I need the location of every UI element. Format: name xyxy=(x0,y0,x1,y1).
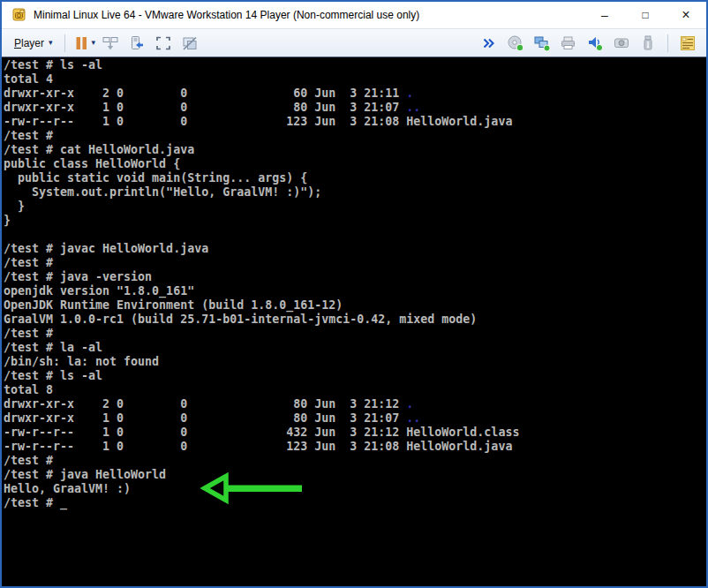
vmware-player-icon xyxy=(12,8,26,22)
terminal-line: } xyxy=(4,214,706,228)
cd-drive-icon xyxy=(507,34,524,52)
terminal-line: /test # xyxy=(4,256,706,270)
fullscreen-button[interactable] xyxy=(152,33,175,54)
minimize-button[interactable]: – xyxy=(584,2,625,28)
close-icon: × xyxy=(682,7,689,23)
terminal-line: openjdk version "1.8.0_161" xyxy=(4,284,706,298)
send-ctrl-alt-del-icon xyxy=(102,34,119,52)
terminal-line: /test # javac HelloWorld.java xyxy=(4,242,706,256)
sound-button[interactable] xyxy=(584,33,606,54)
terminal-line: /test # ls -al xyxy=(4,58,706,72)
player-menu-button[interactable]: Player ▾ xyxy=(9,34,58,52)
send-ctrl-alt-del-button[interactable] xyxy=(99,33,122,54)
usb-device-button[interactable] xyxy=(636,33,659,54)
chevron-down-icon: ▾ xyxy=(92,39,96,47)
pause-icon xyxy=(73,35,89,51)
terminal-line: /test # java HelloWorld xyxy=(4,468,706,482)
terminal-line: OpenJDK Runtime Environment (build 1.8.0… xyxy=(4,298,706,313)
webcam-icon xyxy=(613,34,630,52)
printer-icon xyxy=(560,34,577,52)
terminal-line: -rw-r--r-- 1 0 0 432 Jun 3 21:12 HelloWo… xyxy=(4,426,706,440)
maximize-button[interactable]: □ xyxy=(625,2,666,28)
terminal-line: GraalVM 1.0.0-rc1 (build 25.71-b01-inter… xyxy=(4,313,706,327)
maximize-icon: □ xyxy=(642,9,648,21)
virtual-devices-icon xyxy=(128,34,146,52)
terminal-line: } xyxy=(4,200,706,214)
terminal-line: public class HelloWorld { xyxy=(4,157,706,171)
window-title: Minimal Linux Live 64 - VMware Workstati… xyxy=(34,9,419,21)
terminal-line: -rw-r--r-- 1 0 0 123 Jun 3 21:08 HelloWo… xyxy=(4,115,706,129)
terminal-line: -rw-r--r-- 1 0 0 123 Jun 3 21:08 HelloWo… xyxy=(4,440,706,454)
library-panel-button[interactable] xyxy=(676,33,699,54)
cd-drive-button[interactable] xyxy=(504,33,527,54)
unity-mode-button[interactable] xyxy=(178,33,201,54)
chevron-down-icon: ▾ xyxy=(49,39,53,47)
library-panel-icon xyxy=(679,34,697,52)
terminal-line: /test # ls -al xyxy=(4,369,706,383)
fullscreen-icon xyxy=(154,34,172,52)
minimize-icon: – xyxy=(601,11,608,19)
terminal-line xyxy=(4,228,706,242)
terminal-line: System.out.println("Hello, GraalVM! :)")… xyxy=(4,185,706,200)
terminal-line: drwxr-xr-x 2 0 0 80 Jun 3 21:12 . xyxy=(4,397,706,411)
terminal-line: /test # java -version xyxy=(4,270,706,284)
terminal-line: public static void main(String... args) … xyxy=(4,171,706,185)
terminal-line: total 4 xyxy=(4,72,706,87)
terminal-line: /test # la -al xyxy=(4,341,706,355)
player-menu-label: Player xyxy=(14,37,44,49)
webcam-button[interactable] xyxy=(610,33,633,54)
network-adapter-icon xyxy=(533,34,551,52)
toolbar-right-group xyxy=(476,33,701,54)
terminal-line: total 8 xyxy=(4,383,706,397)
printer-button[interactable] xyxy=(557,33,580,54)
toolbar: Player ▾ ▾ xyxy=(2,28,706,57)
overflow-chevrons-button[interactable] xyxy=(478,33,501,54)
usb-device-icon xyxy=(639,34,657,52)
window-controls: – □ × xyxy=(584,2,706,28)
title-bar: Minimal Linux Live 64 - VMware Workstati… xyxy=(2,2,706,28)
terminal-line: /test # cat HelloWorld.java xyxy=(4,143,706,157)
vmware-player-window: Minimal Linux Live 64 - VMware Workstati… xyxy=(0,0,708,588)
overflow-chevrons-icon xyxy=(482,36,496,50)
unity-icon xyxy=(181,34,199,52)
close-button[interactable]: × xyxy=(666,2,706,28)
terminal-line: drwxr-xr-x 1 0 0 80 Jun 3 21:07 .. xyxy=(4,101,706,115)
sound-icon xyxy=(586,34,604,52)
terminal-line: /test # xyxy=(4,129,706,143)
terminal-line: /test # xyxy=(4,327,706,341)
power-pause-button[interactable]: ▾ xyxy=(73,35,96,51)
network-adapter-button[interactable] xyxy=(531,33,554,54)
toolbar-separator xyxy=(64,34,65,52)
terminal-screen[interactable]: /test # ls -altotal 4drwxr-xr-x 2 0 0 60… xyxy=(2,57,706,588)
terminal-line: /bin/sh: la: not found xyxy=(4,355,706,369)
virtual-devices-button[interactable] xyxy=(125,33,148,54)
terminal-line: /test # xyxy=(4,454,706,468)
terminal-line: Hello, GraalVM! :) xyxy=(4,482,706,496)
toolbar-separator xyxy=(667,34,668,52)
terminal-line: drwxr-xr-x 1 0 0 80 Jun 3 21:07 .. xyxy=(4,411,706,426)
terminal-line: drwxr-xr-x 2 0 0 60 Jun 3 21:11 . xyxy=(4,87,706,101)
terminal-line: /test # _ xyxy=(4,496,706,510)
